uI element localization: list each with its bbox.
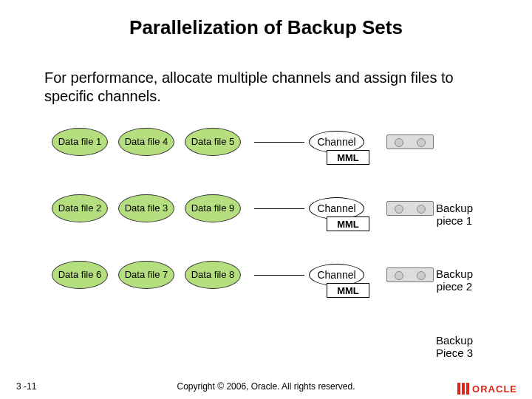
channel-row: Data file 1 Data file 4 Data file 5 Chan… — [52, 119, 532, 165]
datafile: Data file 8 — [185, 261, 241, 289]
page-number: 3 -11 — [16, 381, 36, 392]
copyright: Copyright © 2006, Oracle. All rights res… — [177, 381, 355, 392]
datafile: Data file 1 — [52, 128, 108, 156]
backup-piece-label: Backup Piece 3 — [421, 334, 488, 360]
logo-text: ORACLE — [472, 383, 517, 395]
backup-piece-label: Backup piece 2 — [421, 267, 488, 293]
mml-box: MML — [327, 150, 369, 165]
oracle-logo: ORACLE — [457, 383, 517, 395]
slide-description: For performance, allocate multiple chann… — [44, 69, 488, 106]
mml-box: MML — [327, 283, 369, 298]
slide-title: Parallelization of Backup Sets — [0, 0, 532, 39]
slide-footer: 3 -11 Copyright © 2006, Oracle. All righ… — [0, 381, 532, 392]
connector-line — [254, 275, 304, 276]
mml-box: MML — [327, 216, 369, 231]
datafile: Data file 4 — [118, 128, 174, 156]
datafile: Data file 3 — [118, 194, 174, 222]
datafile: Data file 9 — [185, 194, 241, 222]
datafile: Data file 6 — [52, 261, 108, 289]
connector-line — [254, 208, 304, 209]
tape-icon — [386, 132, 434, 151]
backup-piece-label: Backup piece 1 — [421, 202, 488, 228]
datafile: Data file 7 — [118, 261, 174, 289]
logo-bars-icon — [457, 383, 469, 395]
datafile: Data file 2 — [52, 194, 108, 222]
connector-line — [254, 142, 304, 143]
datafile: Data file 5 — [185, 128, 241, 156]
